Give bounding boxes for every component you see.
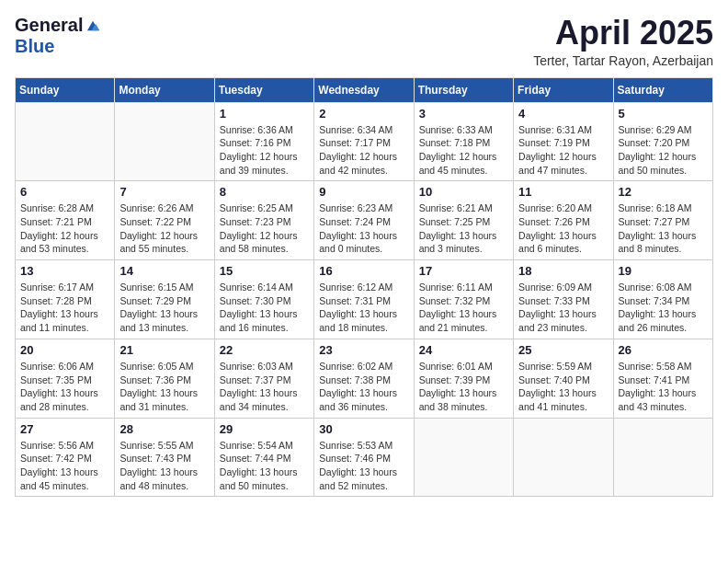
calendar-week-row: 6Sunrise: 6:28 AM Sunset: 7:21 PM Daylig…: [16, 181, 713, 260]
day-info: Sunrise: 6:28 AM Sunset: 7:21 PM Dayligh…: [20, 201, 109, 256]
calendar-week-row: 27Sunrise: 5:56 AM Sunset: 7:42 PM Dayli…: [16, 418, 713, 497]
day-info: Sunrise: 6:36 AM Sunset: 7:16 PM Dayligh…: [220, 123, 309, 178]
calendar-cell: [514, 418, 613, 497]
day-info: Sunrise: 6:15 AM Sunset: 7:29 PM Dayligh…: [119, 281, 209, 335]
calendar-cell: 2Sunrise: 6:34 AM Sunset: 7:17 PM Daylig…: [314, 102, 414, 181]
logo: General Blue: [15, 15, 101, 57]
calendar-cell: 17Sunrise: 6:11 AM Sunset: 7:32 PM Dayli…: [414, 260, 513, 339]
calendar-cell: 8Sunrise: 6:25 AM Sunset: 7:23 PM Daylig…: [214, 181, 313, 260]
calendar-cell: 28Sunrise: 5:55 AM Sunset: 7:43 PM Dayli…: [115, 418, 214, 497]
day-number: 19: [619, 264, 708, 278]
day-number: 20: [20, 343, 109, 357]
calendar-cell: 13Sunrise: 6:17 AM Sunset: 7:28 PM Dayli…: [16, 260, 115, 339]
day-info: Sunrise: 6:26 AM Sunset: 7:22 PM Dayligh…: [119, 201, 209, 256]
calendar-cell: 3Sunrise: 6:33 AM Sunset: 7:18 PM Daylig…: [414, 102, 513, 181]
calendar-cell: 14Sunrise: 6:15 AM Sunset: 7:29 PM Dayli…: [115, 260, 214, 339]
day-number: 5: [619, 107, 708, 121]
calendar-cell: 5Sunrise: 6:29 AM Sunset: 7:20 PM Daylig…: [613, 102, 712, 181]
calendar-cell: 1Sunrise: 6:36 AM Sunset: 7:16 PM Daylig…: [214, 102, 313, 181]
calendar-cell: 23Sunrise: 6:02 AM Sunset: 7:38 PM Dayli…: [314, 339, 414, 418]
day-info: Sunrise: 6:34 AM Sunset: 7:17 PM Dayligh…: [319, 123, 408, 178]
calendar-cell: 18Sunrise: 6:09 AM Sunset: 7:33 PM Dayli…: [514, 260, 613, 339]
calendar-cell: 7Sunrise: 6:26 AM Sunset: 7:22 PM Daylig…: [115, 181, 214, 260]
day-number: 28: [119, 422, 209, 436]
calendar-header-thursday: Thursday: [414, 77, 513, 102]
calendar-cell: 27Sunrise: 5:56 AM Sunset: 7:42 PM Dayli…: [16, 418, 115, 497]
day-info: Sunrise: 6:06 AM Sunset: 7:35 PM Dayligh…: [20, 360, 109, 414]
day-number: 14: [119, 264, 209, 278]
day-number: 2: [319, 107, 408, 121]
day-info: Sunrise: 6:21 AM Sunset: 7:25 PM Dayligh…: [419, 201, 508, 256]
calendar-header-saturday: Saturday: [613, 77, 712, 102]
day-number: 9: [319, 185, 408, 199]
day-number: 17: [419, 264, 508, 278]
calendar-cell: 11Sunrise: 6:20 AM Sunset: 7:26 PM Dayli…: [514, 181, 613, 260]
day-info: Sunrise: 5:55 AM Sunset: 7:43 PM Dayligh…: [119, 439, 209, 493]
calendar-cell: 25Sunrise: 5:59 AM Sunset: 7:40 PM Dayli…: [514, 339, 613, 418]
day-info: Sunrise: 6:33 AM Sunset: 7:18 PM Dayligh…: [419, 123, 508, 178]
day-info: Sunrise: 6:09 AM Sunset: 7:33 PM Dayligh…: [518, 281, 608, 335]
day-info: Sunrise: 6:14 AM Sunset: 7:30 PM Dayligh…: [220, 281, 309, 335]
day-number: 15: [220, 264, 309, 278]
logo-blue: Blue: [15, 36, 54, 57]
calendar-cell: 26Sunrise: 5:58 AM Sunset: 7:41 PM Dayli…: [613, 339, 712, 418]
day-number: 24: [419, 343, 508, 357]
calendar-header-wednesday: Wednesday: [314, 77, 414, 102]
calendar-cell: 19Sunrise: 6:08 AM Sunset: 7:34 PM Dayli…: [613, 260, 712, 339]
day-info: Sunrise: 5:56 AM Sunset: 7:42 PM Dayligh…: [20, 439, 109, 493]
calendar-week-row: 1Sunrise: 6:36 AM Sunset: 7:16 PM Daylig…: [16, 102, 713, 181]
calendar-cell: 30Sunrise: 5:53 AM Sunset: 7:46 PM Dayli…: [314, 418, 414, 497]
calendar-header-sunday: Sunday: [16, 77, 115, 102]
day-number: 16: [319, 264, 408, 278]
calendar-cell: [613, 418, 712, 497]
day-number: 11: [518, 185, 608, 199]
day-info: Sunrise: 6:03 AM Sunset: 7:37 PM Dayligh…: [220, 360, 309, 414]
calendar-header-friday: Friday: [514, 77, 613, 102]
day-info: Sunrise: 6:31 AM Sunset: 7:19 PM Dayligh…: [518, 123, 608, 178]
day-number: 12: [619, 185, 708, 199]
day-number: 22: [220, 343, 309, 357]
day-number: 7: [119, 185, 209, 199]
calendar-week-row: 20Sunrise: 6:06 AM Sunset: 7:35 PM Dayli…: [16, 339, 713, 418]
day-info: Sunrise: 6:18 AM Sunset: 7:27 PM Dayligh…: [619, 201, 708, 256]
calendar-cell: 4Sunrise: 6:31 AM Sunset: 7:19 PM Daylig…: [514, 102, 613, 181]
calendar-cell: 29Sunrise: 5:54 AM Sunset: 7:44 PM Dayli…: [214, 418, 313, 497]
day-number: 4: [518, 107, 608, 121]
day-number: 3: [419, 107, 508, 121]
calendar-header-monday: Monday: [115, 77, 214, 102]
title-area: April 2025 Terter, Tartar Rayon, Azerbai…: [533, 15, 713, 68]
day-info: Sunrise: 6:08 AM Sunset: 7:34 PM Dayligh…: [619, 281, 708, 335]
day-info: Sunrise: 6:01 AM Sunset: 7:39 PM Dayligh…: [419, 360, 508, 414]
day-info: Sunrise: 5:59 AM Sunset: 7:40 PM Dayligh…: [518, 360, 608, 414]
logo-icon: [85, 17, 101, 34]
calendar-cell: [16, 102, 115, 181]
calendar-cell: 24Sunrise: 6:01 AM Sunset: 7:39 PM Dayli…: [414, 339, 513, 418]
month-title: April 2025: [533, 15, 713, 52]
day-info: Sunrise: 5:58 AM Sunset: 7:41 PM Dayligh…: [619, 360, 708, 414]
day-info: Sunrise: 6:12 AM Sunset: 7:31 PM Dayligh…: [319, 281, 408, 335]
calendar-week-row: 13Sunrise: 6:17 AM Sunset: 7:28 PM Dayli…: [16, 260, 713, 339]
day-number: 27: [20, 422, 109, 436]
header: General Blue April 2025 Terter, Tartar R…: [15, 15, 713, 68]
calendar-cell: 9Sunrise: 6:23 AM Sunset: 7:24 PM Daylig…: [314, 181, 414, 260]
calendar-header-row: SundayMondayTuesdayWednesdayThursdayFrid…: [16, 77, 713, 102]
day-number: 23: [319, 343, 408, 357]
day-info: Sunrise: 6:25 AM Sunset: 7:23 PM Dayligh…: [220, 201, 309, 256]
day-number: 26: [619, 343, 708, 357]
calendar-cell: 22Sunrise: 6:03 AM Sunset: 7:37 PM Dayli…: [214, 339, 313, 418]
day-info: Sunrise: 6:11 AM Sunset: 7:32 PM Dayligh…: [419, 281, 508, 335]
calendar-cell: [414, 418, 513, 497]
calendar-cell: 21Sunrise: 6:05 AM Sunset: 7:36 PM Dayli…: [115, 339, 214, 418]
day-info: Sunrise: 5:53 AM Sunset: 7:46 PM Dayligh…: [319, 439, 408, 493]
day-number: 18: [518, 264, 608, 278]
calendar-cell: 15Sunrise: 6:14 AM Sunset: 7:30 PM Dayli…: [214, 260, 313, 339]
day-number: 21: [119, 343, 209, 357]
day-number: 6: [20, 185, 109, 199]
day-number: 29: [220, 422, 309, 436]
calendar-header-tuesday: Tuesday: [214, 77, 313, 102]
day-info: Sunrise: 6:20 AM Sunset: 7:26 PM Dayligh…: [518, 201, 608, 256]
day-info: Sunrise: 6:02 AM Sunset: 7:38 PM Dayligh…: [319, 360, 408, 414]
day-info: Sunrise: 6:23 AM Sunset: 7:24 PM Dayligh…: [319, 201, 408, 256]
calendar-cell: [115, 102, 214, 181]
day-info: Sunrise: 6:17 AM Sunset: 7:28 PM Dayligh…: [20, 281, 109, 335]
